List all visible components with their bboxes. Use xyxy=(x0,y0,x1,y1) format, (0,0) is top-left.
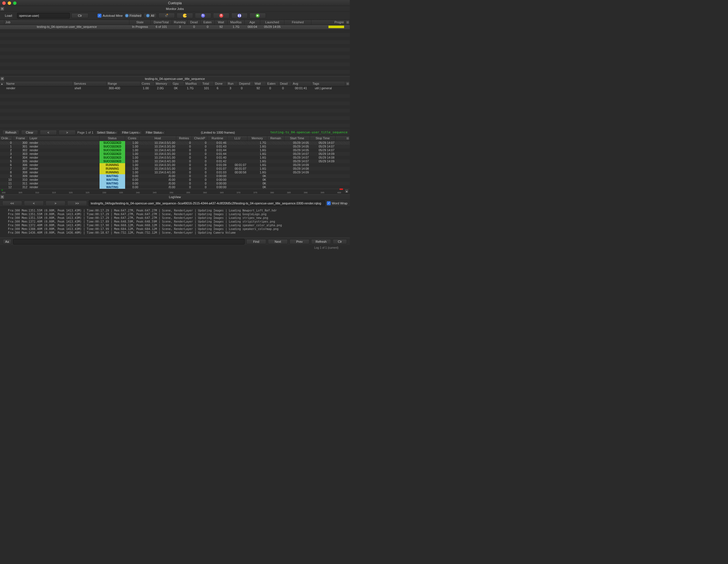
logview-close-icon[interactable]: ✕ xyxy=(1,195,4,199)
all-icon xyxy=(146,14,150,17)
frame-row[interactable]: 4304renderSUCCEEDED1.0010.154.0.5/1.0000… xyxy=(0,156,350,160)
frame-row[interactable]: 12312renderWAITING0.00/0.00000:00:000K xyxy=(0,185,350,189)
kill-job-button[interactable]: 💣 xyxy=(158,13,175,18)
job-progress-bar xyxy=(328,26,344,28)
log-find-prev-button[interactable]: Prev xyxy=(289,239,309,244)
play-icon: ▶ xyxy=(256,14,260,18)
frames-config-icon[interactable]: ⊞ xyxy=(345,136,350,141)
layers-config-icon[interactable]: ⊞ xyxy=(345,81,350,86)
log-next-button[interactable]: > xyxy=(45,201,65,206)
log-prev-button[interactable]: < xyxy=(24,201,44,206)
layers-header: ✕ testing-ts_04-opencue-user_title_seque… xyxy=(0,76,350,81)
frame-row[interactable]: 9309renderWAITING0.00/0.00000:00:000K xyxy=(0,174,350,178)
finished-filter-button[interactable]: Finished xyxy=(124,13,142,18)
jobs-table-header[interactable]: Job State Done/Total Running Dead Eaten … xyxy=(0,20,350,25)
unpause-job-button[interactable]: ▶ xyxy=(249,13,266,18)
frames-refresh-button[interactable]: Refresh xyxy=(2,130,19,135)
frame-row[interactable]: 8308renderRUNNING1.0010.154.0.4/1.00000:… xyxy=(0,171,350,174)
log-refresh-button[interactable]: Refresh xyxy=(311,239,331,244)
load-input[interactable] xyxy=(17,13,70,18)
frame-row[interactable]: 2302renderSUCCEEDED1.0010.154.0.4/1.0000… xyxy=(0,148,350,152)
frames-next-page-button[interactable]: > xyxy=(59,130,76,135)
pacman-icon xyxy=(183,14,187,18)
delete-icon: ✕ xyxy=(219,14,223,18)
kill-icon-button[interactable]: ✕ xyxy=(213,13,229,18)
window-title: Cuetopia xyxy=(168,1,182,5)
frame-row[interactable]: 6306renderRUNNING1.0010.154.0.3/1.00000:… xyxy=(0,163,350,167)
autoload-mine-toggle[interactable]: ✓Autoload Mine xyxy=(98,14,123,18)
log-last-button[interactable]: >> xyxy=(67,201,87,206)
logview-header: ✕ LogView xyxy=(0,195,350,200)
layer-row[interactable]: rendershell300-4001.002.0G0K1.7G10163092… xyxy=(0,86,350,90)
frames-page-label: Page 1 of 1 xyxy=(77,131,93,134)
frame-row[interactable]: 11311renderWAITING0.00/0.00000:00:000K xyxy=(0,182,350,185)
finished-icon xyxy=(125,14,129,17)
filter-status-dropdown[interactable]: Filter Status xyxy=(144,130,166,135)
retry-icon: ↻ xyxy=(201,14,205,18)
filter-layers-dropdown[interactable]: Filter Layers xyxy=(120,130,142,135)
ruler-expand-button[interactable]: ▴ xyxy=(345,189,349,193)
frame-row[interactable]: 7307renderRUNNING1.0010.154.0.5/1.00000:… xyxy=(0,167,350,171)
all-filter-button[interactable]: All xyxy=(144,13,157,18)
close-window-button[interactable] xyxy=(2,1,6,5)
monitor-jobs-header: ✕ Monitor Jobs xyxy=(0,6,350,11)
wordwrap-toggle[interactable]: ✓Word Wrap xyxy=(327,201,348,205)
load-label: Load: xyxy=(2,14,15,17)
frame-row[interactable]: 3303renderSUCCEEDED1.0010.154.0.3/1.0000… xyxy=(0,152,350,156)
layers-title: testing-ts_04-opencue-user_title_sequenc… xyxy=(145,77,205,80)
log-find-next-button[interactable]: Next xyxy=(268,239,288,244)
log-find-button[interactable]: Find xyxy=(246,239,266,244)
retry-job-button[interactable]: ↻ xyxy=(195,13,211,18)
ruler-start-marker: ▸ xyxy=(2,189,3,191)
bomb-icon: 💣 xyxy=(165,14,169,17)
eat-job-button[interactable] xyxy=(177,13,193,18)
log-case-toggle[interactable]: Aa xyxy=(3,239,11,244)
log-first-button[interactable]: << xyxy=(2,201,22,206)
layers-close-icon[interactable]: ✕ xyxy=(1,77,4,80)
minimize-window-button[interactable] xyxy=(8,1,11,5)
monitor-jobs-close-icon[interactable]: ✕ xyxy=(1,7,4,11)
log-status-label: Log 1 of 1 (current) xyxy=(0,245,350,251)
monitor-jobs-title: Monitor Jobs xyxy=(166,7,184,11)
frame-row[interactable]: 5305renderSUCCEEDED1.0010.154.0.4/1.0000… xyxy=(0,160,350,163)
window-titlebar: Cuetopia xyxy=(0,0,350,6)
logview-title: LogView xyxy=(169,195,181,199)
frames-table-header[interactable]: Order ▴FrameLayerStatusCoresHostRetriesC… xyxy=(0,136,350,141)
ruler-end-marker xyxy=(340,189,343,190)
frames-jobname-label: testing-ts_04-opencue-user_title_sequenc… xyxy=(270,131,348,134)
jobs-table-config-icon[interactable]: ⊞ xyxy=(345,20,350,25)
frames-clear-button[interactable]: Clear xyxy=(21,130,38,135)
layers-table-header[interactable]: ▴NameServicesRangeCoresMemoryGpuMaxRssTo… xyxy=(0,81,350,86)
pause-icon: ❚❚ xyxy=(237,14,241,18)
frame-row[interactable]: 0300renderSUCCEEDED1.0010.154.0.5/1.0000… xyxy=(0,141,350,145)
frames-prev-page-button[interactable]: < xyxy=(40,130,57,135)
frame-row[interactable]: 1301renderSUCCEEDED1.0010.154.0.3/1.0000… xyxy=(0,145,350,148)
log-clear-button[interactable]: Clr xyxy=(333,239,347,244)
log-content[interactable]: Fra:300 Mem:1351.55M (0.00M, Peak 1413.4… xyxy=(0,207,350,238)
maximize-window-button[interactable] xyxy=(13,1,16,5)
load-clear-button[interactable]: Clr xyxy=(71,13,88,18)
frames-limited-label: (Limited to 1000 frames) xyxy=(201,131,235,134)
pause-job-button[interactable]: ❚❚ xyxy=(231,13,248,18)
log-path-input[interactable] xyxy=(89,201,325,206)
job-row[interactable]: testing-ts_04-opencue-user_title_sequenc… xyxy=(0,25,350,29)
frame-timeline-ruler[interactable]: ▸ ▴ 300305310315320325330335340345350355… xyxy=(0,189,350,195)
select-status-dropdown[interactable]: Select Status xyxy=(95,130,118,135)
frame-row[interactable]: 10310renderWAITING0.00/0.00000:00:000K xyxy=(0,178,350,182)
log-search-input[interactable] xyxy=(13,239,245,245)
